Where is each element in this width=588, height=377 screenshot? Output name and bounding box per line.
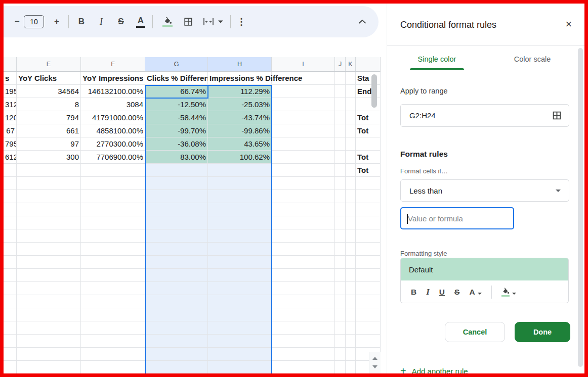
cell[interactable]: 112.29% bbox=[208, 85, 272, 98]
cell[interactable] bbox=[208, 361, 272, 373]
cancel-button[interactable]: Cancel bbox=[445, 322, 505, 342]
cell[interactable] bbox=[346, 308, 356, 321]
cell[interactable] bbox=[272, 177, 335, 190]
cell[interactable] bbox=[81, 321, 145, 334]
cell[interactable] bbox=[208, 177, 272, 190]
cell[interactable] bbox=[346, 269, 356, 281]
cell[interactable] bbox=[145, 321, 208, 334]
style-preview[interactable]: Default bbox=[401, 258, 568, 280]
cell[interactable] bbox=[4, 335, 17, 347]
cell[interactable]: 195 bbox=[4, 85, 17, 98]
cell[interactable] bbox=[356, 308, 381, 321]
column-header[interactable] bbox=[4, 57, 17, 71]
cell[interactable] bbox=[272, 137, 335, 150]
cell[interactable] bbox=[81, 308, 145, 321]
column-header[interactable]: J bbox=[335, 57, 346, 71]
cell[interactable] bbox=[356, 295, 381, 308]
cell[interactable] bbox=[335, 282, 346, 295]
cell[interactable]: 83.00% bbox=[145, 151, 208, 163]
cell[interactable] bbox=[145, 256, 208, 268]
cell[interactable] bbox=[272, 124, 335, 137]
cell[interactable] bbox=[81, 243, 145, 255]
cell[interactable] bbox=[17, 164, 81, 176]
cell[interactable]: YoY Impressions bbox=[81, 72, 145, 84]
cell[interactable] bbox=[335, 269, 346, 281]
cell[interactable] bbox=[145, 243, 208, 255]
cell[interactable] bbox=[17, 243, 81, 255]
cell[interactable] bbox=[17, 282, 81, 295]
cell[interactable] bbox=[346, 72, 356, 84]
cell[interactable] bbox=[346, 85, 356, 98]
cell[interactable]: 66.74% bbox=[145, 85, 208, 98]
cell[interactable] bbox=[356, 216, 381, 229]
cell[interactable]: 67 bbox=[4, 124, 17, 137]
cell[interactable] bbox=[335, 151, 346, 163]
cell[interactable] bbox=[356, 256, 381, 268]
cell[interactable]: Tot bbox=[356, 164, 381, 176]
cell[interactable] bbox=[346, 295, 356, 308]
cell[interactable] bbox=[335, 72, 346, 84]
cell[interactable]: 4858100.00% bbox=[81, 124, 145, 137]
cell[interactable] bbox=[272, 98, 335, 111]
column-header[interactable]: E bbox=[17, 57, 81, 71]
cell[interactable] bbox=[335, 124, 346, 137]
cell[interactable]: 3084 bbox=[81, 98, 145, 111]
cell[interactable]: YoY Clicks bbox=[17, 72, 81, 84]
cell[interactable] bbox=[335, 229, 346, 242]
done-button[interactable]: Done bbox=[515, 322, 570, 342]
cell[interactable] bbox=[17, 256, 81, 268]
cell[interactable] bbox=[272, 85, 335, 98]
cell[interactable] bbox=[145, 164, 208, 176]
cell[interactable] bbox=[346, 229, 356, 242]
cell[interactable] bbox=[81, 335, 145, 347]
cell[interactable]: 34564 bbox=[17, 85, 81, 98]
cell[interactable] bbox=[145, 177, 208, 190]
panel-scrollbar-thumb[interactable] bbox=[578, 48, 583, 367]
cell[interactable] bbox=[346, 98, 356, 111]
cell[interactable] bbox=[81, 256, 145, 268]
cell[interactable] bbox=[145, 295, 208, 308]
cell[interactable] bbox=[145, 335, 208, 347]
cell[interactable] bbox=[335, 177, 346, 190]
cell[interactable]: 97 bbox=[17, 137, 81, 150]
cell[interactable] bbox=[208, 256, 272, 268]
cell[interactable]: 120 bbox=[4, 111, 17, 124]
cell[interactable] bbox=[335, 361, 346, 373]
cell[interactable] bbox=[356, 282, 381, 295]
cell[interactable] bbox=[81, 216, 145, 229]
cell[interactable]: 41791000.00% bbox=[81, 111, 145, 124]
cell[interactable] bbox=[346, 137, 356, 150]
style-text-color-button[interactable]: A bbox=[469, 288, 481, 297]
cell[interactable] bbox=[346, 177, 356, 190]
cell[interactable]: -43.74% bbox=[208, 111, 272, 124]
cell[interactable] bbox=[335, 137, 346, 150]
cell[interactable]: -58.44% bbox=[145, 111, 208, 124]
zoom-out-button[interactable]: − bbox=[13, 17, 22, 27]
range-input[interactable]: G2:H24 bbox=[400, 104, 569, 127]
cell[interactable] bbox=[81, 295, 145, 308]
cell[interactable] bbox=[208, 308, 272, 321]
column-header[interactable]: F bbox=[81, 57, 145, 71]
cell[interactable] bbox=[17, 203, 81, 216]
cell[interactable] bbox=[346, 348, 356, 360]
cell[interactable] bbox=[272, 256, 335, 268]
cell[interactable] bbox=[145, 361, 208, 373]
cell[interactable]: 794 bbox=[17, 111, 81, 124]
cell[interactable] bbox=[346, 321, 356, 334]
cell[interactable] bbox=[208, 203, 272, 216]
merge-options-dropdown[interactable] bbox=[218, 21, 223, 23]
text-color-button[interactable]: A bbox=[135, 16, 146, 28]
cell[interactable] bbox=[335, 164, 346, 176]
cell[interactable] bbox=[17, 269, 81, 281]
add-another-rule-button[interactable]: + Add another rule bbox=[400, 365, 468, 377]
cell[interactable]: 8 bbox=[17, 98, 81, 111]
cell[interactable] bbox=[4, 361, 17, 373]
cell[interactable] bbox=[346, 361, 356, 373]
merge-cells-button[interactable] bbox=[202, 17, 215, 27]
cell[interactable] bbox=[346, 203, 356, 216]
cell[interactable] bbox=[335, 111, 346, 124]
cell[interactable] bbox=[4, 256, 17, 268]
select-range-button[interactable] bbox=[552, 111, 562, 120]
tab-single-color[interactable]: Single color bbox=[410, 55, 464, 63]
style-italic-button[interactable]: I bbox=[426, 287, 430, 297]
